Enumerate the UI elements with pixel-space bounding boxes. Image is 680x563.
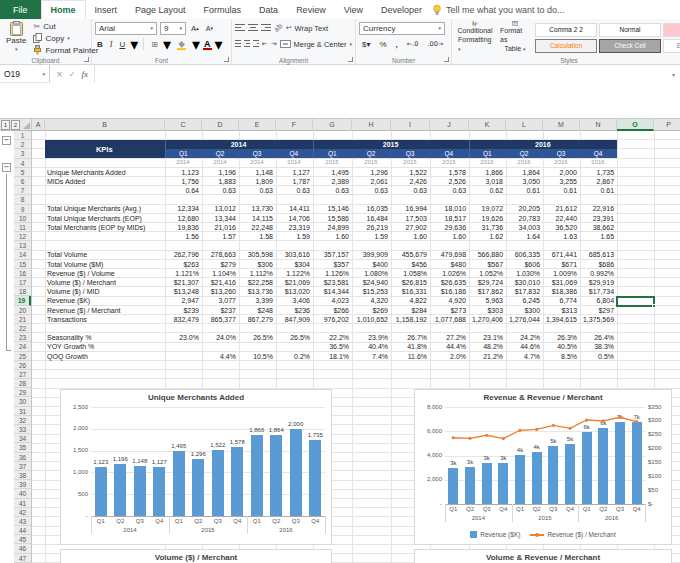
cell[interactable]: 1.56 xyxy=(165,232,202,241)
cell[interactable]: 40.5% xyxy=(543,342,580,351)
accounting-format-button[interactable]: $▾ xyxy=(359,40,373,49)
cell[interactable]: $17,832 xyxy=(506,287,543,296)
tab-review[interactable]: Review xyxy=(287,0,335,19)
cell[interactable]: $22,258 xyxy=(239,278,276,287)
cell[interactable]: 19,836 xyxy=(165,223,202,232)
row-header-20[interactable]: 20 xyxy=(14,306,31,315)
cell[interactable]: 479,698 xyxy=(430,250,469,259)
row-header-4[interactable]: 4 xyxy=(14,159,31,168)
cell[interactable]: 0.63 xyxy=(239,186,276,195)
cell[interactable]: 0.63 xyxy=(276,186,313,195)
cell[interactable]: 1.009% xyxy=(543,269,580,278)
cell[interactable]: 4.4% xyxy=(202,352,239,361)
cell[interactable]: 26.4% xyxy=(580,333,617,342)
column-header-n[interactable]: N xyxy=(580,119,617,131)
cell[interactable]: 867,279 xyxy=(239,315,276,324)
cell[interactable]: 3,399 xyxy=(239,296,276,305)
row-header-19[interactable]: 19 xyxy=(14,296,31,305)
cell[interactable]: $21,307 xyxy=(165,278,202,287)
cell[interactable]: 21.2% xyxy=(469,352,506,361)
cell[interactable]: $357 xyxy=(313,260,352,269)
tab-formulas[interactable]: Formulas xyxy=(195,0,251,19)
cell[interactable]: 262,796 xyxy=(165,250,202,259)
outline-level-1-button[interactable]: 1 xyxy=(1,120,10,130)
cell[interactable]: 44.6% xyxy=(506,342,543,351)
cell[interactable]: 24.0% xyxy=(202,333,239,342)
cell[interactable]: $304 xyxy=(276,260,313,269)
decrease-indent-icon[interactable]: ⇤ xyxy=(262,40,268,48)
cell[interactable]: 847,909 xyxy=(276,315,313,324)
collapse-group-icon[interactable]: − xyxy=(2,163,11,172)
cell[interactable]: $248 xyxy=(239,306,276,315)
row-header-8[interactable]: 8 xyxy=(14,195,31,204)
cell[interactable]: 1.112% xyxy=(239,269,276,278)
cell[interactable]: 26.7% xyxy=(391,333,430,342)
cell[interactable]: 4,320 xyxy=(352,296,391,305)
cell[interactable]: 2015 xyxy=(352,158,391,167)
cell[interactable]: 6,804 xyxy=(580,296,617,305)
cell[interactable]: 34,003 xyxy=(506,223,543,232)
cell[interactable]: 24.2% xyxy=(506,333,543,342)
cell[interactable]: $16,186 xyxy=(430,287,469,296)
cell[interactable]: 18,010 xyxy=(430,204,469,213)
merge-center-button[interactable]: Merge & Center▾ xyxy=(280,38,352,50)
row-header-17[interactable]: 17 xyxy=(14,278,31,287)
cell[interactable]: 0.63 xyxy=(313,186,352,195)
tab-insert[interactable]: Insert xyxy=(86,0,127,19)
copy-button[interactable]: Copy▾ xyxy=(33,32,98,44)
cell[interactable]: 865,377 xyxy=(202,315,239,324)
cell[interactable] xyxy=(45,241,617,250)
cell[interactable]: 303,616 xyxy=(276,250,313,259)
cell[interactable]: 2.0% xyxy=(430,352,469,361)
cell[interactable]: 1.59 xyxy=(276,232,313,241)
font-dialog-launcher[interactable] xyxy=(224,57,229,62)
cell[interactable] xyxy=(165,342,202,351)
cell[interactable]: 3,018 xyxy=(469,177,506,186)
cell[interactable]: 15,146 xyxy=(313,204,352,213)
font-size-select[interactable]: 9▾ xyxy=(160,22,186,35)
outline-level-2-button[interactable]: 2 xyxy=(11,120,20,130)
cell[interactable]: 13,012 xyxy=(202,204,239,213)
cell[interactable]: $17,734 xyxy=(580,287,617,296)
cell[interactable]: 2,867 xyxy=(580,177,617,186)
cell[interactable]: 1,787 xyxy=(276,177,313,186)
row-header-2[interactable]: 2 xyxy=(14,140,31,149)
cell[interactable]: 0.63 xyxy=(202,186,239,195)
cell[interactable]: 4,822 xyxy=(391,296,430,305)
cell[interactable]: Transactions xyxy=(45,315,165,324)
cell[interactable]: 23.1% xyxy=(469,333,506,342)
cell[interactable]: Volume ($) / Merchant xyxy=(45,278,165,287)
cell[interactable] xyxy=(45,232,165,241)
cell[interactable]: 22,916 xyxy=(580,204,617,213)
column-header-o[interactable]: O xyxy=(617,119,654,131)
cell[interactable]: $686 xyxy=(580,260,617,269)
cell[interactable]: 1.104% xyxy=(202,269,239,278)
cell[interactable]: $279 xyxy=(202,260,239,269)
cell[interactable]: 1.030% xyxy=(506,269,543,278)
column-header-b[interactable]: B xyxy=(45,119,165,131)
cell[interactable]: 2014 xyxy=(239,158,276,167)
row-header-36[interactable]: 36 xyxy=(14,453,31,462)
tab-file[interactable]: File xyxy=(0,0,41,19)
cell[interactable]: 29,636 xyxy=(430,223,469,232)
cell[interactable]: 22,440 xyxy=(543,214,580,223)
increase-font-size-button[interactable]: A▴ xyxy=(189,24,201,33)
formula-input[interactable] xyxy=(95,65,667,83)
cell[interactable]: 11.6% xyxy=(391,352,430,361)
cell[interactable]: 38.3% xyxy=(580,342,617,351)
cell[interactable]: 1.058% xyxy=(391,269,430,278)
cell[interactable]: 0.61 xyxy=(543,186,580,195)
cell[interactable]: 566,880 xyxy=(469,250,506,259)
cell[interactable]: 26.3% xyxy=(543,333,580,342)
cell[interactable]: $297 xyxy=(580,306,617,315)
cell[interactable]: Total Volume xyxy=(45,250,165,259)
cell[interactable]: 4,023 xyxy=(313,296,352,305)
cell[interactable]: $13,248 xyxy=(165,287,202,296)
cell[interactable]: $306 xyxy=(239,260,276,269)
cell[interactable]: 1,127 xyxy=(276,168,313,177)
cell[interactable]: $14,344 xyxy=(313,287,352,296)
column-header-h[interactable]: H xyxy=(352,119,391,131)
row-header-35[interactable]: 35 xyxy=(14,443,31,452)
cell[interactable]: $567 xyxy=(469,260,506,269)
cell[interactable]: 2,389 xyxy=(313,177,352,186)
